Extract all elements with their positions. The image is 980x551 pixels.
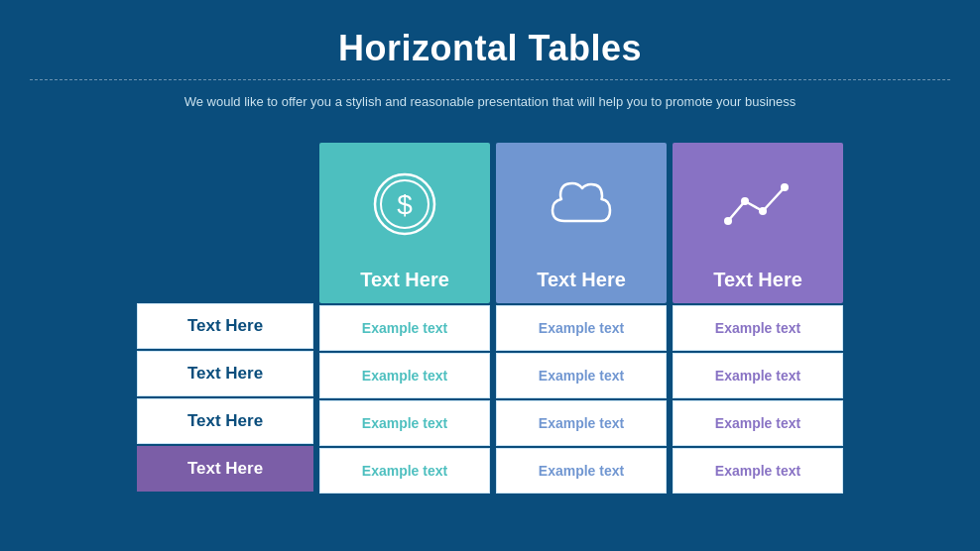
col-3-title: Text Here xyxy=(713,265,802,291)
col-3-cell-4: Example text xyxy=(673,448,843,494)
col-2-cell-1: Example text xyxy=(496,305,667,351)
chart-icon xyxy=(673,143,843,265)
svg-point-4 xyxy=(741,197,749,205)
row-labels-column: Text Here Text Here Text Here Text Here xyxy=(137,143,313,494)
svg-point-6 xyxy=(781,183,789,191)
cloud-icon xyxy=(496,143,667,265)
col-1-cell-1: Example text xyxy=(319,305,490,351)
col-2-title: Text Here xyxy=(537,265,626,291)
subtitle: We would like to offer you a stylish and… xyxy=(0,94,980,109)
svg-point-3 xyxy=(724,217,732,225)
row-label-2: Text Here xyxy=(137,351,313,396)
col-1-cell-3: Example text xyxy=(319,400,490,446)
svg-point-5 xyxy=(759,207,767,215)
title-area: Horizontal Tables We would like to offer… xyxy=(0,0,980,129)
col-3-cell-1: Example text xyxy=(673,305,843,351)
col-3-cell-3: Example text xyxy=(673,400,843,446)
column-1: $ Text Here Example text Example text Ex… xyxy=(319,143,490,494)
col-2-cell-4: Example text xyxy=(496,448,667,494)
row-label-3: Text Here xyxy=(137,398,313,444)
column-3: Text Here Example text Example text Exam… xyxy=(673,143,843,494)
column-2: Text Here Example text Example text Exam… xyxy=(496,143,667,494)
col-1-cell-2: Example text xyxy=(319,353,490,398)
col-header-3: Text Here xyxy=(673,143,843,303)
col-1-title: Text Here xyxy=(360,265,449,291)
slide-title: Horizontal Tables xyxy=(0,28,980,69)
svg-text:$: $ xyxy=(397,189,413,220)
col-header-1: $ Text Here xyxy=(319,143,490,303)
row-label-1: Text Here xyxy=(137,303,313,349)
table-area: Text Here Text Here Text Here Text Here … xyxy=(0,143,980,494)
col-2-cell-2: Example text xyxy=(496,353,667,398)
col-3-cell-2: Example text xyxy=(673,353,843,398)
col-header-2: Text Here xyxy=(496,143,667,303)
col-1-cell-4: Example text xyxy=(319,448,490,494)
slide: Horizontal Tables We would like to offer… xyxy=(0,0,980,551)
dollar-icon: $ xyxy=(319,143,490,265)
row-label-4: Text Here xyxy=(137,446,313,492)
divider xyxy=(30,79,951,80)
col-2-cell-3: Example text xyxy=(496,400,667,446)
